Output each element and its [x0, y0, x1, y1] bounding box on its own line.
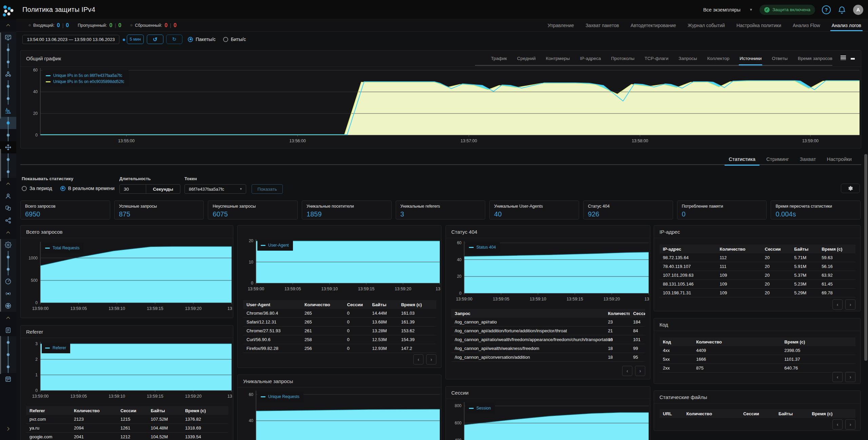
- sidebar-item-dot-icon[interactable]: [0, 44, 16, 56]
- help-button[interactable]: ?: [822, 5, 831, 14]
- sidebar-item-dot-icon[interactable]: [0, 92, 16, 105]
- sidebar-item-dot-icon[interactable]: [0, 251, 16, 263]
- table-row[interactable]: Chrome/36.80.4265014.44M161.03: [243, 309, 436, 318]
- pager-prev-button[interactable]: ‹: [832, 419, 843, 429]
- sidebar-item-dot-icon[interactable]: [0, 263, 16, 275]
- table-row[interactable]: google.com20411212104.52M1339.54: [26, 433, 228, 440]
- table-row[interactable]: 88.131.105.146109205.23M61.45: [659, 280, 855, 289]
- chart-tab-Трафик[interactable]: Трафик: [491, 50, 507, 66]
- chart-tab-Коллектор[interactable]: Коллектор: [707, 50, 729, 66]
- token-select[interactable]: 86f7e437faa5a7fc▼: [184, 184, 246, 194]
- sidebar-item-chevron-up-icon[interactable]: [0, 19, 16, 32]
- tab-Анализ Flow[interactable]: Анализ Flow: [793, 19, 820, 31]
- sidebar-item-dot-icon[interactable]: [0, 361, 16, 373]
- chart-tab-Протоколы[interactable]: Протоколы: [611, 50, 634, 66]
- subtab-Настройки[interactable]: Настройки: [827, 153, 852, 165]
- sidebar-item-broadcast-icon[interactable]: [0, 288, 16, 300]
- tab-Управление[interactable]: Управление: [548, 19, 574, 31]
- vertical-scrollbar[interactable]: [864, 154, 867, 361]
- pager-next-button[interactable]: ›: [426, 354, 436, 364]
- pager-prev-button[interactable]: ‹: [832, 299, 843, 310]
- pager-prev-button[interactable]: ‹: [832, 372, 843, 382]
- instances-dropdown[interactable]: Все экземпляры▼: [703, 7, 753, 13]
- radio-realtime[interactable]: В реальном времени: [60, 186, 115, 191]
- table-row[interactable]: /log_cannon_api/ratio23184: [451, 318, 645, 327]
- radio-packets[interactable]: Пакеты/с: [188, 37, 216, 42]
- sidebar-item-cones-icon[interactable]: [0, 105, 16, 117]
- table-row[interactable]: Curl/56.90.6258012.53M154.39: [243, 335, 436, 344]
- time-range-input[interactable]: 13:54:00 13.06.2023 — 13:59:00 13.06.202…: [22, 35, 119, 44]
- chart-tab-Источники[interactable]: Источники: [739, 50, 762, 66]
- subtab-Захват[interactable]: Захват: [800, 153, 816, 165]
- sidebar-item-chevron-up-icon[interactable]: [0, 312, 16, 324]
- subtab-Статистика[interactable]: Статистика: [729, 153, 755, 165]
- sidebar-item-dot-icon[interactable]: [0, 56, 16, 68]
- table-row[interactable]: pvz.com21231215107.52M1376.82: [26, 415, 228, 424]
- legend-list-icon[interactable]: [841, 55, 846, 61]
- duration-input[interactable]: 30: [120, 185, 146, 193]
- sidebar-item-gear-icon[interactable]: [0, 239, 16, 251]
- table-row[interactable]: 107.101.209.63109205.37M63.92: [659, 271, 855, 280]
- show-button[interactable]: Показать: [252, 184, 283, 194]
- sidebar-item-person-icon[interactable]: [0, 190, 16, 202]
- pager-next-button[interactable]: ›: [845, 372, 855, 382]
- table-row[interactable]: ya.ru20941261104.48M1318.69: [26, 424, 228, 433]
- tab-Настройка политики[interactable]: Настройка политики: [736, 19, 781, 31]
- table-row[interactable]: /log_cannon_api/ratio/wealth/freedom/app…: [451, 335, 645, 344]
- notifications-button[interactable]: [837, 5, 846, 14]
- tab-Анализ логов[interactable]: Анализ логов: [832, 19, 861, 31]
- tab-Журнал событий[interactable]: Журнал событий: [688, 19, 725, 31]
- table-row[interactable]: 5xx16661101.37: [659, 355, 855, 364]
- app-logo-icon[interactable]: [0, 0, 16, 19]
- sidebar-item-calendar-icon[interactable]: [0, 373, 16, 385]
- tab-Захват пакетов[interactable]: Захват пакетов: [586, 19, 619, 31]
- chart-tab-Ответы[interactable]: Ответы: [772, 50, 788, 66]
- tab-Автодетектирование[interactable]: Автодетектирование: [631, 19, 676, 31]
- sidebar-item-chevron-up-icon[interactable]: [0, 227, 16, 239]
- table-row[interactable]: Safari/12.12.31265013.68M161.39: [243, 318, 436, 327]
- pager-prev-button[interactable]: ‹: [413, 354, 423, 364]
- sidebar-expand-icon[interactable]: [0, 423, 16, 435]
- undo-button[interactable]: ↺: [147, 35, 163, 44]
- radio-bits[interactable]: Биты/с: [223, 37, 246, 42]
- radio-period[interactable]: За период: [22, 186, 52, 191]
- table-row[interactable]: /log_cannon_api/addition/fortune/additio…: [451, 327, 645, 335]
- pager-prev-button[interactable]: ‹: [622, 366, 632, 376]
- table-row[interactable]: 78.40.119.107111205.91M56.16: [659, 262, 855, 271]
- sidebar-item-monitor-icon[interactable]: [0, 32, 16, 44]
- settings-button[interactable]: [841, 184, 860, 193]
- chart-tab-Средний[interactable]: Средний: [517, 50, 536, 66]
- sidebar-item-dot-icon[interactable]: [0, 349, 16, 361]
- table-row[interactable]: Chrome/27.51.93261013.28M153.62: [243, 327, 436, 335]
- duration-unit[interactable]: Секунды: [146, 185, 180, 193]
- sidebar-item-dot-icon[interactable]: [0, 117, 16, 129]
- chart-tab-Время запросов[interactable]: Время запросов: [798, 50, 832, 66]
- table-row[interactable]: 98.72.135.64112205.71M59.63: [659, 253, 855, 262]
- chart-tab-IP-адреса[interactable]: IP-адреса: [580, 50, 601, 66]
- quick-range-button[interactable]: 5 мин: [127, 35, 144, 44]
- sidebar-item-share-icon[interactable]: [0, 214, 16, 227]
- minimize-icon[interactable]: [851, 55, 855, 61]
- chart-tab-Запросы[interactable]: Запросы: [678, 50, 697, 66]
- pager-next-button[interactable]: ›: [845, 419, 855, 429]
- sidebar-item-chevron-up-icon[interactable]: [0, 178, 16, 190]
- table-row[interactable]: /log_cannon_api/conversation/addition189…: [451, 353, 645, 362]
- chart-tab-Контрмеры[interactable]: Контрмеры: [546, 50, 570, 66]
- refresh-button[interactable]: ↻: [166, 35, 182, 44]
- pager-next-button[interactable]: ›: [635, 366, 645, 376]
- avatar[interactable]: A: [853, 5, 863, 15]
- sidebar-item-gauge-icon[interactable]: [0, 275, 16, 288]
- sidebar-item-dot-icon[interactable]: [0, 129, 16, 141]
- sidebar-item-clipboard-icon[interactable]: [0, 324, 16, 336]
- sidebar-item-cube-icon[interactable]: [0, 68, 16, 80]
- sidebar-item-dot-icon[interactable]: [0, 80, 16, 92]
- pager-next-button[interactable]: ›: [845, 299, 855, 310]
- sidebar-item-dot-icon[interactable]: [0, 166, 16, 178]
- table-row[interactable]: 4xx44092398.05: [659, 346, 855, 355]
- sidebar-item-masks-icon[interactable]: [0, 202, 16, 214]
- sidebar-item-compass-icon[interactable]: [0, 300, 16, 312]
- chart-tab-TCP-флаги[interactable]: TCP-флаги: [645, 50, 668, 66]
- subtab-Стриминг[interactable]: Стриминг: [766, 153, 789, 165]
- sidebar-item-dot-icon[interactable]: [0, 336, 16, 349]
- table-row[interactable]: /log_cannon_api/wealth/weakness/freedom1…: [451, 344, 645, 353]
